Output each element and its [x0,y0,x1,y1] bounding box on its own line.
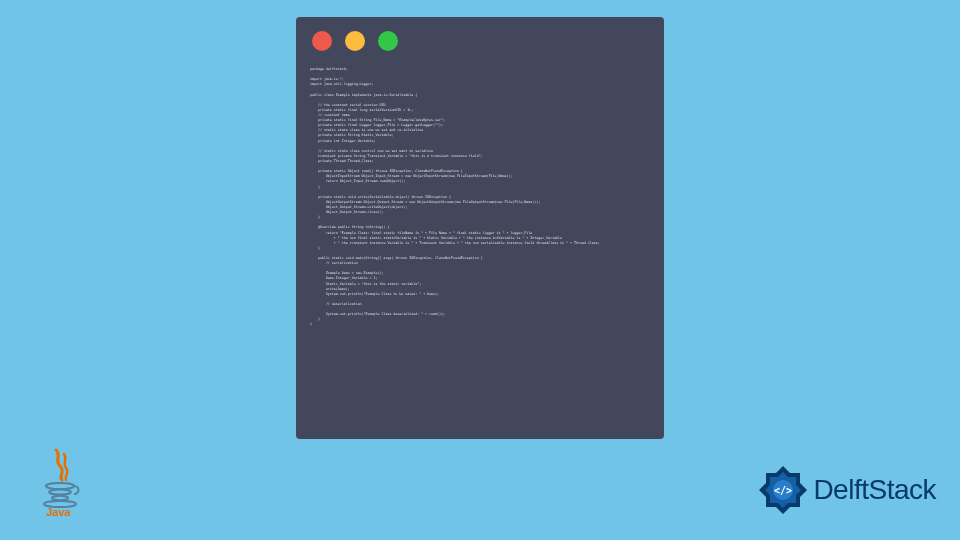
code-window: package delftstack; import java.io.*; im… [296,17,664,439]
delftstack-label: DelftStack [813,474,936,506]
window-controls [312,31,650,51]
maximize-dot[interactable] [378,31,398,51]
delftstack-logo: </> DelftStack [757,464,936,516]
svg-point-1 [49,489,71,494]
java-icon: Java [38,446,86,518]
svg-text:Java: Java [46,506,71,518]
minimize-dot[interactable] [345,31,365,51]
svg-text:</>: </> [774,485,792,496]
java-logo: Java [38,446,86,518]
code-content: package delftstack; import java.io.*; im… [310,67,650,328]
delftstack-icon: </> [757,464,809,516]
svg-point-0 [46,483,74,489]
svg-point-2 [52,496,68,500]
close-dot[interactable] [312,31,332,51]
